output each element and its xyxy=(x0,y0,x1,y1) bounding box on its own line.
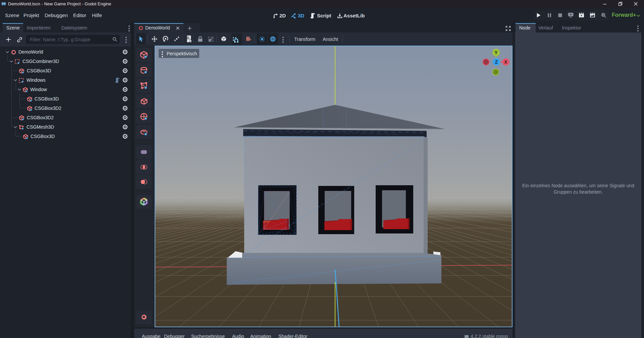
svg-text:Z: Z xyxy=(495,59,498,65)
svg-text:Y: Y xyxy=(494,50,498,55)
svg-text:X: X xyxy=(504,59,507,65)
